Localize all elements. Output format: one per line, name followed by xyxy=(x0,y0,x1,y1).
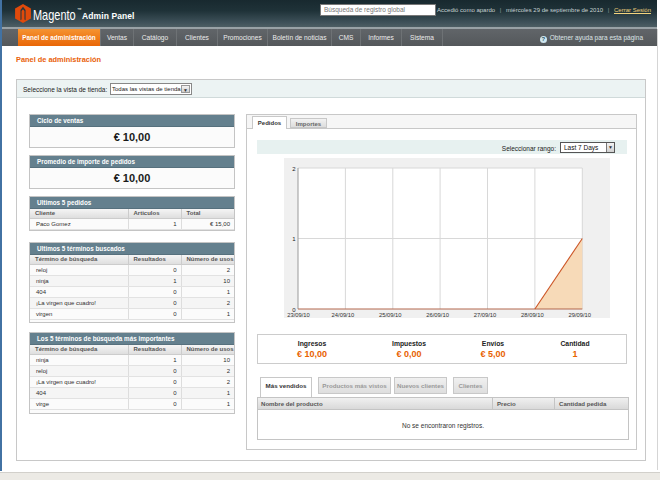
svg-text:27/09/10: 27/09/10 xyxy=(474,312,497,318)
svg-text:24/09/10: 24/09/10 xyxy=(332,312,355,318)
svg-text:23/09/10: 23/09/10 xyxy=(287,312,310,318)
svg-text:29/09/10: 29/09/10 xyxy=(569,312,592,318)
svg-text:26/09/10: 26/09/10 xyxy=(426,312,449,318)
svg-text:28/09/10: 28/09/10 xyxy=(521,312,544,318)
svg-text:25/09/10: 25/09/10 xyxy=(379,312,402,318)
